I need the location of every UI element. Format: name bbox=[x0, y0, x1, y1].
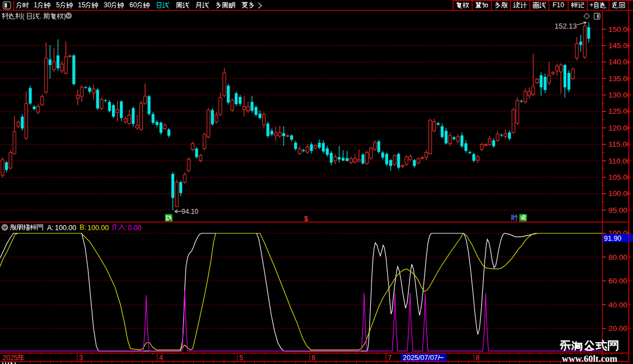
svg-text:145.00: 145.00 bbox=[608, 41, 631, 50]
svg-text:6: 6 bbox=[311, 354, 315, 362]
svg-text:152.13: 152.13 bbox=[555, 22, 577, 30]
svg-text:2025: 2025 bbox=[2, 354, 18, 362]
svg-text:130.00: 130.00 bbox=[608, 91, 631, 99]
svg-text:40.00: 40.00 bbox=[608, 301, 627, 309]
svg-text:1: 1 bbox=[34, 1, 38, 9]
svg-text:4: 4 bbox=[159, 354, 163, 362]
svg-text:105.00: 105.00 bbox=[608, 173, 631, 181]
svg-text:5: 5 bbox=[56, 1, 60, 9]
svg-text:60.00: 60.00 bbox=[608, 277, 627, 285]
svg-text:+: + bbox=[589, 1, 593, 9]
svg-text:135.00: 135.00 bbox=[608, 74, 631, 83]
svg-text:100.00: 100.00 bbox=[608, 189, 631, 198]
svg-text:B:: B: bbox=[80, 223, 86, 231]
svg-text:15: 15 bbox=[78, 1, 86, 9]
svg-text:A:: A: bbox=[47, 224, 54, 232]
svg-text:115.00: 115.00 bbox=[608, 140, 631, 148]
svg-text:.: . bbox=[40, 12, 41, 20]
svg-text:0.00: 0.00 bbox=[128, 224, 141, 232]
svg-text:F10: F10 bbox=[553, 1, 565, 9]
svg-text:91.90: 91.90 bbox=[604, 235, 621, 242]
svg-text:8: 8 bbox=[476, 354, 480, 362]
svg-text:2025/07/07/: 2025/07/07/ bbox=[403, 354, 440, 362]
svg-text:60: 60 bbox=[129, 1, 137, 9]
svg-text:94.10: 94.10 bbox=[181, 208, 198, 216]
svg-text:7: 7 bbox=[388, 354, 392, 362]
svg-text:100.00: 100.00 bbox=[55, 224, 76, 232]
svg-text:110.00: 110.00 bbox=[608, 157, 631, 165]
svg-text:140.00: 140.00 bbox=[608, 58, 631, 66]
svg-text:150.00: 150.00 bbox=[608, 25, 631, 34]
svg-text:30: 30 bbox=[104, 1, 111, 9]
svg-text:20.00: 20.00 bbox=[608, 324, 627, 333]
svg-text:120.00: 120.00 bbox=[608, 124, 631, 132]
svg-text:125.00: 125.00 bbox=[608, 107, 631, 115]
svg-text:80.00: 80.00 bbox=[608, 253, 627, 262]
svg-text:95.00: 95.00 bbox=[608, 206, 627, 214]
svg-text:100.00: 100.00 bbox=[87, 224, 109, 232]
svg-text:www.60lt.com: www.60lt.com bbox=[562, 353, 617, 364]
svg-text:3: 3 bbox=[79, 354, 83, 362]
svg-text::: : bbox=[125, 223, 127, 231]
svg-text:5: 5 bbox=[239, 354, 243, 362]
